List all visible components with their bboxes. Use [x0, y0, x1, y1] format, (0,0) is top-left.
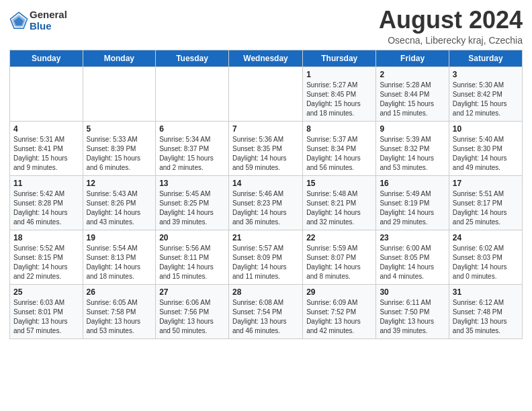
table-row: 31Sunrise: 6:12 AM Sunset: 7:48 PM Dayli… — [449, 284, 522, 338]
logo-general-text: General — [30, 9, 67, 21]
logo-blue-text: Blue — [30, 21, 67, 32]
table-row: 14Sunrise: 5:46 AM Sunset: 8:23 PM Dayli… — [228, 175, 302, 230]
day-info: Sunrise: 6:09 AM Sunset: 7:52 PM Dayligh… — [306, 298, 372, 336]
calendar-week-row: 1Sunrise: 5:27 AM Sunset: 8:45 PM Daylig… — [10, 66, 523, 121]
day-info: Sunrise: 5:36 AM Sunset: 8:35 PM Dayligh… — [232, 135, 299, 173]
day-info: Sunrise: 5:37 AM Sunset: 8:34 PM Dayligh… — [306, 135, 372, 173]
day-number: 27 — [159, 287, 225, 297]
table-row: 26Sunrise: 6:05 AM Sunset: 7:58 PM Dayli… — [83, 284, 156, 338]
table-row: 11Sunrise: 5:42 AM Sunset: 8:28 PM Dayli… — [10, 175, 83, 230]
table-row: 25Sunrise: 6:03 AM Sunset: 8:01 PM Dayli… — [10, 284, 83, 338]
day-number: 16 — [380, 179, 445, 188]
day-number: 26 — [87, 287, 152, 297]
calendar-week-row: 4Sunrise: 5:31 AM Sunset: 8:41 PM Daylig… — [10, 121, 523, 175]
day-number: 18 — [13, 233, 79, 242]
table-row: 8Sunrise: 5:37 AM Sunset: 8:34 PM Daylig… — [303, 121, 376, 175]
header-thursday: Thursday — [303, 50, 376, 66]
table-row: 13Sunrise: 5:45 AM Sunset: 8:25 PM Dayli… — [156, 175, 229, 230]
day-number: 7 — [232, 124, 299, 134]
table-row: 29Sunrise: 6:09 AM Sunset: 7:52 PM Dayli… — [303, 284, 376, 338]
table-row: 9Sunrise: 5:39 AM Sunset: 8:32 PM Daylig… — [376, 121, 449, 175]
logo-icon — [9, 11, 28, 30]
day-number: 15 — [306, 179, 372, 188]
day-number: 3 — [453, 70, 519, 79]
day-info: Sunrise: 6:12 AM Sunset: 7:48 PM Dayligh… — [453, 298, 519, 336]
month-title: August 2024 — [379, 7, 523, 34]
table-row — [10, 66, 83, 121]
location: Osecna, Liberecky kraj, Czechia — [379, 35, 523, 46]
day-info: Sunrise: 6:00 AM Sunset: 8:05 PM Dayligh… — [380, 244, 445, 281]
day-number: 10 — [453, 124, 519, 134]
day-number: 4 — [13, 124, 79, 134]
table-row: 10Sunrise: 5:40 AM Sunset: 8:30 PM Dayli… — [449, 121, 522, 175]
day-info: Sunrise: 6:02 AM Sunset: 8:03 PM Dayligh… — [453, 244, 519, 281]
table-row: 30Sunrise: 6:11 AM Sunset: 7:50 PM Dayli… — [376, 284, 449, 338]
day-number: 1 — [306, 70, 372, 79]
day-number: 23 — [380, 233, 445, 242]
calendar-week-row: 18Sunrise: 5:52 AM Sunset: 8:15 PM Dayli… — [10, 230, 523, 284]
table-row: 18Sunrise: 5:52 AM Sunset: 8:15 PM Dayli… — [10, 230, 83, 284]
day-number: 12 — [87, 179, 152, 188]
day-number: 2 — [380, 70, 445, 79]
day-number: 9 — [380, 124, 445, 134]
table-row: 7Sunrise: 5:36 AM Sunset: 8:35 PM Daylig… — [228, 121, 302, 175]
day-number: 25 — [13, 287, 79, 297]
table-row: 24Sunrise: 6:02 AM Sunset: 8:03 PM Dayli… — [449, 230, 522, 284]
table-row — [156, 66, 229, 121]
day-info: Sunrise: 5:57 AM Sunset: 8:09 PM Dayligh… — [232, 244, 299, 281]
day-number: 22 — [306, 233, 372, 242]
header-wednesday: Wednesday — [228, 50, 302, 66]
day-info: Sunrise: 5:52 AM Sunset: 8:15 PM Dayligh… — [13, 244, 79, 281]
day-number: 31 — [453, 287, 519, 297]
day-info: Sunrise: 5:51 AM Sunset: 8:17 PM Dayligh… — [453, 189, 519, 227]
day-info: Sunrise: 5:56 AM Sunset: 8:11 PM Dayligh… — [159, 244, 225, 281]
days-header-row: Sunday Monday Tuesday Wednesday Thursday… — [10, 50, 523, 66]
day-number: 8 — [306, 124, 372, 134]
day-info: Sunrise: 5:34 AM Sunset: 8:37 PM Dayligh… — [159, 135, 225, 173]
table-row: 16Sunrise: 5:49 AM Sunset: 8:19 PM Dayli… — [376, 175, 449, 230]
header-monday: Monday — [83, 50, 156, 66]
day-info: Sunrise: 5:46 AM Sunset: 8:23 PM Dayligh… — [232, 189, 299, 227]
day-info: Sunrise: 6:06 AM Sunset: 7:56 PM Dayligh… — [159, 298, 225, 336]
day-info: Sunrise: 5:33 AM Sunset: 8:39 PM Dayligh… — [87, 135, 152, 173]
day-info: Sunrise: 6:08 AM Sunset: 7:54 PM Dayligh… — [232, 298, 299, 336]
day-number: 20 — [159, 233, 225, 242]
day-info: Sunrise: 5:28 AM Sunset: 8:44 PM Dayligh… — [380, 81, 445, 118]
day-info: Sunrise: 5:27 AM Sunset: 8:45 PM Dayligh… — [306, 81, 372, 118]
logo-text: General Blue — [30, 9, 67, 32]
calendar-week-row: 25Sunrise: 6:03 AM Sunset: 8:01 PM Dayli… — [10, 284, 523, 338]
day-info: Sunrise: 5:49 AM Sunset: 8:19 PM Dayligh… — [380, 189, 445, 227]
header: General Blue August 2024 Osecna, Liberec… — [9, 7, 523, 46]
table-row: 12Sunrise: 5:43 AM Sunset: 8:26 PM Dayli… — [83, 175, 156, 230]
day-number: 24 — [453, 233, 519, 242]
day-info: Sunrise: 6:11 AM Sunset: 7:50 PM Dayligh… — [380, 298, 445, 336]
day-info: Sunrise: 6:03 AM Sunset: 8:01 PM Dayligh… — [13, 298, 79, 336]
day-number: 5 — [87, 124, 152, 134]
header-saturday: Saturday — [449, 50, 522, 66]
header-friday: Friday — [376, 50, 449, 66]
day-info: Sunrise: 5:40 AM Sunset: 8:30 PM Dayligh… — [453, 135, 519, 173]
table-row: 2Sunrise: 5:28 AM Sunset: 8:44 PM Daylig… — [376, 66, 449, 121]
day-number: 6 — [159, 124, 225, 134]
table-row — [228, 66, 302, 121]
table-row: 28Sunrise: 6:08 AM Sunset: 7:54 PM Dayli… — [228, 284, 302, 338]
day-info: Sunrise: 5:45 AM Sunset: 8:25 PM Dayligh… — [159, 189, 225, 227]
calendar-table: Sunday Monday Tuesday Wednesday Thursday… — [9, 50, 523, 339]
day-number: 29 — [306, 287, 372, 297]
header-sunday: Sunday — [10, 50, 83, 66]
table-row: 4Sunrise: 5:31 AM Sunset: 8:41 PM Daylig… — [10, 121, 83, 175]
day-number: 19 — [87, 233, 152, 242]
calendar-week-row: 11Sunrise: 5:42 AM Sunset: 8:28 PM Dayli… — [10, 175, 523, 230]
day-number: 17 — [453, 179, 519, 188]
table-row: 27Sunrise: 6:06 AM Sunset: 7:56 PM Dayli… — [156, 284, 229, 338]
day-number: 11 — [13, 179, 79, 188]
table-row: 15Sunrise: 5:48 AM Sunset: 8:21 PM Dayli… — [303, 175, 376, 230]
page: General Blue August 2024 Osecna, Liberec… — [0, 0, 532, 349]
table-row: 3Sunrise: 5:30 AM Sunset: 8:42 PM Daylig… — [449, 66, 522, 121]
table-row: 17Sunrise: 5:51 AM Sunset: 8:17 PM Dayli… — [449, 175, 522, 230]
table-row: 20Sunrise: 5:56 AM Sunset: 8:11 PM Dayli… — [156, 230, 229, 284]
table-row: 23Sunrise: 6:00 AM Sunset: 8:05 PM Dayli… — [376, 230, 449, 284]
day-info: Sunrise: 5:30 AM Sunset: 8:42 PM Dayligh… — [453, 81, 519, 118]
table-row: 19Sunrise: 5:54 AM Sunset: 8:13 PM Dayli… — [83, 230, 156, 284]
day-info: Sunrise: 5:48 AM Sunset: 8:21 PM Dayligh… — [306, 189, 372, 227]
